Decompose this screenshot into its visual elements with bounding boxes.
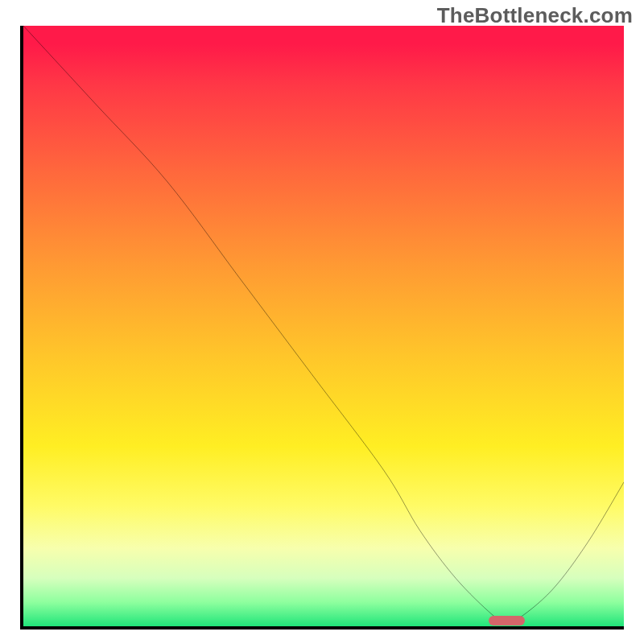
watermark-text: TheBottleneck.com (437, 3, 633, 28)
chart-frame: TheBottleneck.com (0, 0, 644, 644)
plot-area (20, 26, 624, 630)
optimal-marker (489, 616, 525, 625)
bottleneck-curve (23, 26, 624, 626)
